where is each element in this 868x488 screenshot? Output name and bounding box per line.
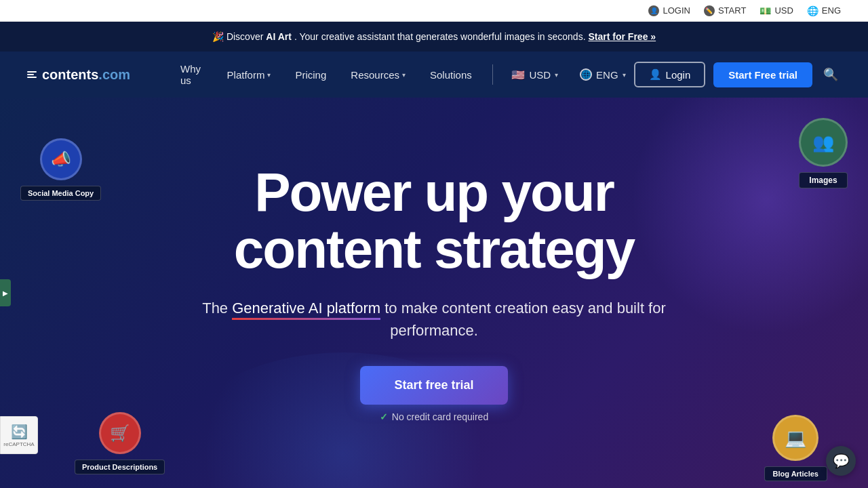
announcement-bar: 🎉 Discover AI Art . Your creative assist… — [0, 22, 868, 52]
blog-icon: 💻 — [772, 415, 818, 461]
nav-divider — [492, 64, 493, 85]
hero-actions: Start free trial ✓ No credit card requir… — [176, 366, 692, 422]
nav-solutions[interactable]: Solutions — [420, 64, 481, 86]
hero-subtitle: The Generative AI platform to make conte… — [176, 297, 692, 342]
hero-title-line2: content strategy — [234, 219, 634, 279]
resources-chevron-icon: ▾ — [402, 71, 406, 79]
blog-label: Blog Articles — [764, 466, 827, 481]
nav-platform[interactable]: Platform ▾ — [218, 64, 281, 86]
edit-icon: ✏️ — [704, 5, 715, 16]
topbar-login[interactable]: 👤 LOGIN — [648, 5, 690, 16]
nav-currency-label: USD — [529, 69, 551, 81]
logo-lines — [27, 71, 37, 78]
nav-currency[interactable]: 🇺🇸 USD ▾ — [503, 63, 566, 87]
nav-language[interactable]: 🌐 ENG ▾ — [572, 63, 634, 86]
nav-why-us[interactable]: Why us — [171, 58, 212, 92]
user-icon: 👤 — [648, 5, 659, 16]
currency-flag-icon: 🇺🇸 — [511, 68, 525, 81]
globe-icon: 🌐 — [580, 68, 592, 81]
announcement-text-after: . Your creative assistant that generates… — [294, 31, 586, 42]
logo-line-2 — [27, 74, 34, 75]
nav-language-label: ENG — [596, 69, 618, 81]
logo-icon — [27, 71, 37, 78]
social-media-copy-card[interactable]: 📣 Social Media Copy — [20, 138, 101, 201]
language-chevron-icon: ▾ — [623, 71, 626, 79]
ai-platform-link[interactable]: Generative AI platform — [232, 300, 380, 320]
hero-note: ✓ No credit card required — [380, 411, 488, 422]
start-free-trial-button[interactable]: Start Free trial — [713, 62, 812, 87]
tab-icon: ▶ — [3, 289, 8, 297]
images-icon: 👥 — [799, 118, 848, 167]
announcement-cta[interactable]: Start for Free » — [589, 31, 656, 42]
hero-content: Power up your content strategy The Gener… — [176, 164, 692, 422]
social-media-icon: 📣 — [40, 138, 82, 180]
topbar-start-label: START — [718, 5, 746, 16]
top-bar: 👤 LOGIN ✏️ START 💵 USD 🌐 ENG — [0, 0, 868, 22]
nav-actions: 👤 Login Start Free trial 🔍 — [634, 62, 841, 87]
platform-chevron-icon: ▾ — [267, 71, 271, 79]
currency-chevron-icon: ▾ — [555, 71, 558, 79]
logo-line-1 — [27, 71, 37, 73]
hero-note-text: No credit card required — [392, 411, 488, 422]
hero-title: Power up your content strategy — [176, 164, 692, 278]
search-icon[interactable]: 🔍 — [821, 64, 841, 85]
product-descriptions-card[interactable]: 🛒 Product Descriptions — [75, 412, 165, 474]
nav-links: Why us Platform ▾ Pricing Resources ▾ So… — [171, 58, 634, 92]
social-media-label: Social Media Copy — [20, 186, 101, 201]
hero-section: 📣 Social Media Copy 🛒 Product Descriptio… — [0, 98, 868, 488]
recaptcha-badge[interactable]: 🔄 reCAPTCHA — [0, 416, 38, 454]
logo-line-3 — [27, 77, 37, 78]
product-label: Product Descriptions — [75, 460, 165, 474]
topbar-language-label: ENG — [822, 5, 841, 16]
product-icon: 🛒 — [99, 412, 141, 454]
chat-button[interactable]: 💬 — [826, 446, 856, 476]
images-label: Images — [799, 172, 847, 188]
topbar-start[interactable]: ✏️ START — [704, 5, 746, 16]
topbar-currency-label: USD — [774, 5, 793, 16]
announcement-highlight: AI Art — [266, 31, 292, 42]
topbar-currency[interactable]: 💵 USD — [760, 5, 793, 16]
images-card[interactable]: 👥 Images — [799, 118, 848, 188]
nav-resources[interactable]: Resources ▾ — [341, 64, 415, 86]
hero-start-trial-button[interactable]: Start free trial — [360, 366, 507, 405]
logo[interactable]: contents.com — [27, 67, 130, 83]
login-icon: 👤 — [649, 68, 662, 81]
chat-icon: 💬 — [833, 453, 850, 469]
topbar-language[interactable]: 🌐 ENG — [807, 5, 841, 16]
recaptcha-text: reCAPTCHA — [3, 441, 34, 447]
logo-dot: .com — [98, 67, 130, 82]
checkmark-icon: ✓ — [380, 411, 388, 422]
login-button[interactable]: 👤 Login — [634, 62, 706, 87]
announcement-emoji: 🎉 — [212, 31, 224, 42]
logo-text: contents.com — [42, 67, 130, 83]
blog-articles-card[interactable]: 💻 Blog Articles — [764, 415, 827, 481]
recaptcha-logo: 🔄 — [11, 424, 28, 440]
nav-pricing[interactable]: Pricing — [285, 64, 336, 86]
topbar-login-label: LOGIN — [663, 5, 690, 16]
vertical-tab[interactable]: ▶ — [0, 279, 11, 306]
announcement-text-before: Discover — [226, 31, 263, 42]
hero-title-line1: Power up your — [254, 162, 614, 222]
main-nav: contents.com Why us Platform ▾ Pricing R… — [0, 52, 868, 98]
